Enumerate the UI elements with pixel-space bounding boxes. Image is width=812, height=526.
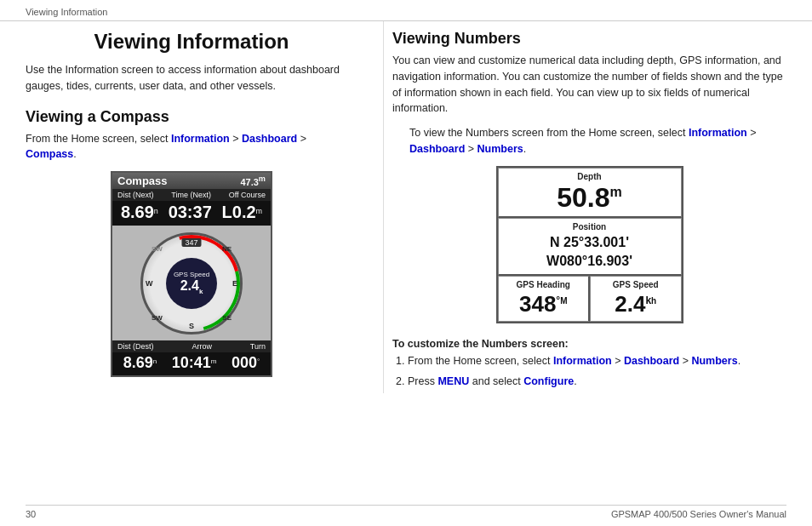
customize-section: To customize the Numbers screen: From th… bbox=[392, 335, 786, 390]
gps-speed-value-table: 2.4kh bbox=[615, 291, 656, 317]
gps-speed-cell: GPS Speed 2.4kh bbox=[590, 276, 682, 322]
link-compass[interactable]: Compass bbox=[26, 148, 73, 160]
numbers-section-title: Viewing Numbers bbox=[392, 30, 786, 48]
gps-speed-value: 2.4k bbox=[180, 278, 203, 295]
compass-header: Compass 47.3m bbox=[112, 173, 271, 189]
step-1: From the Home screen, select Information… bbox=[408, 352, 786, 369]
customize-label: To customize the Numbers screen: bbox=[392, 335, 786, 352]
depth-label: Depth bbox=[504, 172, 676, 181]
compass-intro: From the Home screen, select Information… bbox=[26, 131, 357, 163]
dir-S: S bbox=[189, 322, 194, 330]
link-numbers[interactable]: Numbers bbox=[477, 143, 523, 155]
compass-dial: N S E W NE SE SW SW 347 GPS Speed 2.4k bbox=[140, 232, 243, 334]
compass-heading-bar: 347 bbox=[181, 238, 201, 247]
compass-bottom-values: 8.69n 10:41m 000° bbox=[112, 352, 271, 375]
footer: 30 GPSMAP 400/500 Series Owner's Manual bbox=[26, 505, 786, 519]
step-2: Press MENU and select Configure. bbox=[408, 373, 786, 390]
page-number: 30 bbox=[26, 509, 36, 519]
compass-title: Compass bbox=[117, 174, 168, 187]
dir-NW: SW bbox=[152, 245, 163, 253]
intro-text: Use the Information screen to access inf… bbox=[26, 62, 357, 94]
depth-cell: Depth 50.8m bbox=[498, 168, 682, 218]
left-column: Viewing Information Use the Information … bbox=[26, 21, 383, 393]
dir-W: W bbox=[146, 279, 153, 288]
link-information-numbers[interactable]: Information bbox=[689, 127, 747, 139]
right-column: Viewing Numbers You can view and customi… bbox=[383, 21, 786, 393]
manual-title: GPSMAP 400/500 Series Owner's Manual bbox=[611, 509, 786, 519]
compass-center: GPS Speed 2.4k bbox=[166, 258, 217, 309]
step1-link-information[interactable]: Information bbox=[553, 355, 612, 367]
step2-link-menu[interactable]: MENU bbox=[437, 375, 469, 387]
step1-link-numbers[interactable]: Numbers bbox=[691, 355, 737, 367]
link-information-compass[interactable]: Information bbox=[171, 133, 230, 145]
gps-speed-label-table: GPS Speed bbox=[596, 280, 676, 289]
gps-row: GPS Heading 348°M GPS Speed 2.4kh bbox=[498, 276, 682, 322]
compass-screenshot: Compass 47.3m Dist (Next) Time (Next) Of… bbox=[111, 171, 272, 377]
numbers-table: Depth 50.8m Position N 25°33.001' W080°1… bbox=[496, 166, 683, 324]
dir-SE: SE bbox=[222, 314, 232, 322]
gps-heading-label: GPS Heading bbox=[504, 280, 584, 289]
link-dashboard-numbers[interactable]: Dashboard bbox=[409, 143, 465, 155]
page-title: Viewing Information bbox=[26, 30, 357, 54]
gps-speed-label: GPS Speed bbox=[174, 271, 209, 278]
compass-bottom-labels: Dist (Dest) Arrow Turn bbox=[112, 340, 271, 352]
breadcrumb: Viewing Information bbox=[0, 0, 812, 21]
dir-NE: NE bbox=[222, 245, 232, 253]
to-view-text: To view the Numbers screen from the Home… bbox=[392, 125, 786, 157]
compass-top-labels: Dist (Next) Time (Next) Off Course bbox=[112, 189, 271, 201]
dir-SW: SW bbox=[152, 314, 163, 322]
dir-E: E bbox=[232, 279, 237, 288]
compass-section-title: Viewing a Compass bbox=[26, 108, 357, 126]
gps-heading-value: 348°M bbox=[519, 291, 568, 317]
numbers-intro: You can view and customize numerical dat… bbox=[392, 53, 786, 117]
compass-gauge-area: N S E W NE SE SW SW 347 GPS Speed 2.4k bbox=[112, 226, 271, 340]
depth-value: 50.8m bbox=[557, 182, 622, 213]
gps-heading-cell: GPS Heading 348°M bbox=[498, 276, 591, 322]
position-label: Position bbox=[504, 222, 676, 232]
step1-link-dashboard[interactable]: Dashboard bbox=[624, 355, 679, 367]
compass-top-values: 8.69n 03:37 L0.2m bbox=[112, 201, 271, 226]
position-value: N 25°33.001' W080°16.903' bbox=[504, 233, 676, 272]
customize-steps: From the Home screen, select Information… bbox=[408, 352, 786, 390]
compass-dist: 47.3m bbox=[240, 174, 266, 187]
position-cell: Position N 25°33.001' W080°16.903' bbox=[498, 218, 682, 277]
link-dashboard-compass[interactable]: Dashboard bbox=[242, 133, 297, 145]
step2-link-configure[interactable]: Configure bbox=[523, 375, 574, 387]
